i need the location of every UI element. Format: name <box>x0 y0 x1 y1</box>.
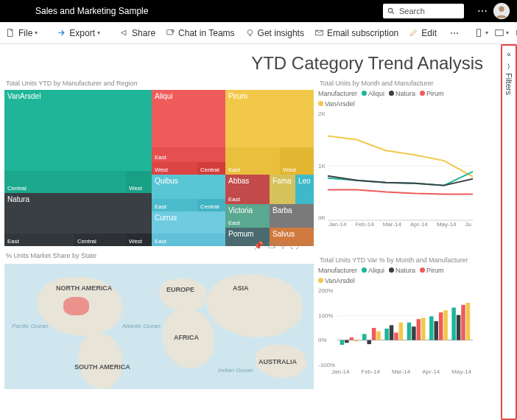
export-menu[interactable]: Export▾ <box>57 28 100 38</box>
filters-label: Filters <box>504 73 513 95</box>
svg-rect-18 <box>345 340 349 343</box>
bar-plot <box>337 287 473 368</box>
svg-rect-30 <box>412 326 416 340</box>
pin-icon[interactable]: 📌 <box>253 241 264 251</box>
teams-icon <box>166 28 175 38</box>
svg-rect-22 <box>367 340 372 345</box>
share-button[interactable]: Share <box>119 28 155 38</box>
svg-rect-27 <box>394 332 398 340</box>
svg-rect-10 <box>476 29 480 36</box>
svg-rect-24 <box>376 332 381 340</box>
bulb-icon <box>245 28 255 38</box>
svg-rect-37 <box>451 307 456 340</box>
copy-icon[interactable]: ❐ <box>268 241 275 251</box>
svg-rect-32 <box>421 318 426 340</box>
bar-chart-visual[interactable]: Total Units YTD Var % by Month and Manuf… <box>318 256 473 382</box>
treemap-visual[interactable]: Total Units YTD by Manufacturer and Regi… <box>4 80 314 252</box>
svg-rect-19 <box>350 337 354 340</box>
bookmark-icon[interactable]: ▾ <box>474 28 488 38</box>
more-icon[interactable]: ⋯ <box>477 5 488 17</box>
report-name: Sales and Marketing Sample <box>7 6 383 16</box>
file-menu[interactable]: File▾ <box>6 28 38 38</box>
svg-rect-21 <box>362 334 367 340</box>
mail-icon <box>314 28 324 38</box>
search-icon <box>387 7 395 15</box>
treemap-body[interactable]: VanArsdelEast Central West Natura East C… <box>4 90 314 252</box>
svg-rect-34 <box>435 321 439 340</box>
line-legend: Manufacturer Aliqui Natura Pirum VanArsd… <box>318 90 473 108</box>
expand-icon[interactable]: ⟩ <box>507 63 510 70</box>
svg-rect-38 <box>457 315 461 340</box>
svg-rect-17 <box>340 340 345 345</box>
svg-rect-25 <box>384 329 389 340</box>
svg-rect-33 <box>429 316 434 340</box>
search-input[interactable]: Search <box>383 4 464 18</box>
map-body[interactable]: NORTH AMERICA SOUTH AMERICA EUROPE AFRIC… <box>4 264 314 389</box>
chat-teams-button[interactable]: Chat in Teams <box>166 28 234 38</box>
svg-rect-26 <box>390 325 394 340</box>
svg-rect-40 <box>466 303 471 340</box>
svg-rect-39 <box>461 305 465 340</box>
share-icon <box>119 28 129 38</box>
view-icon[interactable]: ▾ <box>494 28 509 38</box>
filters-pane[interactable]: « ⟩ Filters <box>501 44 517 420</box>
chevron-left-icon[interactable]: « <box>507 50 511 58</box>
line-chart-visual[interactable]: Total Units by Month and Manufacturer Ma… <box>318 80 473 242</box>
svg-point-3 <box>499 7 504 12</box>
svg-rect-35 <box>439 312 443 340</box>
edit-button[interactable]: Edit <box>409 28 437 38</box>
svg-rect-20 <box>354 340 359 342</box>
line-plot <box>328 111 473 221</box>
email-subscription-button[interactable]: Email subscription <box>314 28 398 38</box>
visual-tools: 📌 ❐ ▽ ⛶ ⋯ <box>253 241 311 251</box>
svg-rect-28 <box>399 323 404 340</box>
insights-button[interactable]: Get insights <box>245 28 304 38</box>
pencil-icon <box>409 28 418 38</box>
svg-line-1 <box>392 12 394 14</box>
title-bar: Sales and Marketing Sample Search ⋯ <box>0 0 517 22</box>
page-title: YTD Category Trend Analysis <box>4 49 496 80</box>
report-page: YTD Category Trend Analysis Total Units … <box>0 44 501 420</box>
svg-rect-11 <box>496 29 504 35</box>
avatar[interactable] <box>493 3 510 19</box>
visual-more-icon[interactable]: ⋯ <box>303 241 311 251</box>
map-visual[interactable]: % Units Market Share by State NORTH AMER… <box>4 252 314 389</box>
svg-rect-29 <box>407 323 412 340</box>
svg-point-7 <box>247 29 253 35</box>
svg-point-0 <box>388 8 393 13</box>
svg-rect-23 <box>372 328 376 340</box>
toolbar: File▾ Export▾ Share Chat in Teams Get in… <box>0 22 517 44</box>
more-options-icon[interactable]: ⋯ <box>450 28 459 38</box>
svg-rect-36 <box>443 310 448 340</box>
focus-icon[interactable]: ⛶ <box>290 241 298 251</box>
file-icon <box>6 28 15 38</box>
bar-legend: Manufacturer Aliqui Natura Pirum VanArsd… <box>318 267 473 284</box>
svg-rect-31 <box>417 319 421 340</box>
export-icon <box>57 28 66 38</box>
filter-icon[interactable]: ▽ <box>280 241 286 251</box>
